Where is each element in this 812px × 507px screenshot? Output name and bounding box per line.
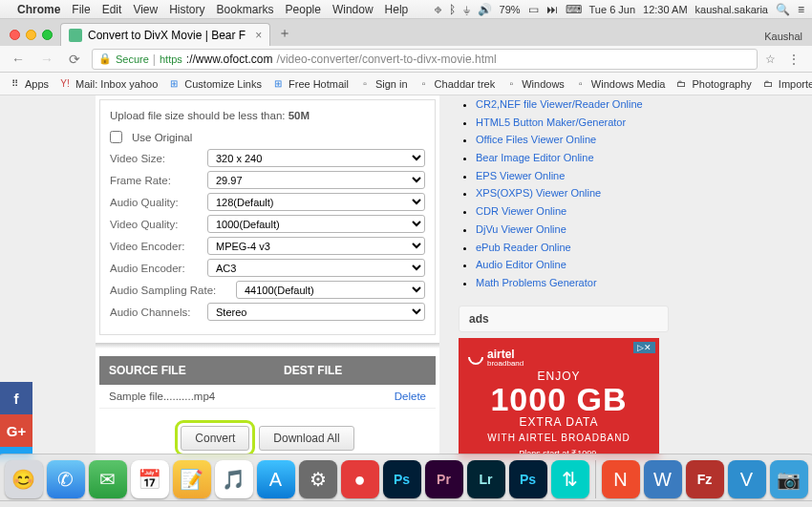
dock-app-icon[interactable]: 🎵 — [215, 460, 253, 498]
sidebar-link[interactable]: ePub Reader Online — [476, 242, 571, 253]
close-window-icon[interactable] — [10, 30, 20, 40]
menubar-app[interactable]: Chrome — [17, 3, 60, 16]
menu-file[interactable]: File — [72, 3, 90, 16]
sidebar-link[interactable]: XPS(OXPS) Viewer Online — [476, 187, 601, 199]
battery-pct: 79% — [500, 4, 521, 15]
new-tab-button[interactable]: ＋ — [270, 25, 299, 46]
bookmark-hotmail[interactable]: ⊞Free Hotmail — [271, 77, 349, 91]
menu-history[interactable]: History — [169, 3, 204, 16]
sidebar-link[interactable]: DjVu Viewer Online — [476, 223, 566, 235]
list-item: XPS(OXPS) Viewer Online — [476, 184, 669, 202]
dock-app-icon[interactable]: Fz — [686, 460, 724, 498]
list-item: HTML5 Button Maker/Generator — [476, 114, 669, 132]
back-button[interactable]: ← — [8, 52, 29, 67]
dock-app-icon[interactable]: V — [728, 460, 766, 498]
ad-banner[interactable]: ▷✕ airtelbroadband ENJOY 1000 GB EXTRA D… — [459, 338, 659, 459]
dock-app-icon[interactable]: A — [257, 460, 295, 498]
tab-close-icon[interactable]: × — [255, 29, 262, 42]
notification-icon[interactable]: ≡ — [798, 3, 804, 16]
select-video-quality[interactable]: 1000(Default) — [207, 215, 425, 233]
battery-icon[interactable]: ▭ — [528, 3, 539, 16]
menu-window[interactable]: Window — [332, 3, 374, 16]
menu-edit[interactable]: Edit — [102, 3, 122, 16]
bluetooth-icon[interactable]: ᛒ — [449, 3, 456, 16]
dock-app-icon[interactable]: 📝 — [173, 460, 211, 498]
dock-app-icon[interactable]: 📷 — [770, 460, 808, 498]
dock-app-icon[interactable]: Ps — [509, 460, 547, 498]
wifi-icon[interactable]: ⏚ — [463, 3, 470, 16]
menu-icon[interactable]: ⋮ — [783, 52, 804, 67]
select-audio-quality[interactable]: 128(Default) — [207, 193, 425, 211]
bookmark-customize[interactable]: ⊞Customize Links — [167, 77, 262, 91]
sidebar-link[interactable]: CR2,NEF file Viewer/Reader Online — [476, 98, 643, 110]
dock-app-icon[interactable]: 😊 — [5, 460, 43, 498]
volume-icon[interactable]: 🔊 — [478, 3, 492, 16]
ads-heading: ads — [459, 306, 669, 332]
sidebar-link[interactable]: Audio Editor Online — [476, 259, 566, 270]
bookmark-star-icon[interactable]: ☆ — [765, 53, 776, 66]
url-input[interactable]: 🔒 Secure | https://www.ofoct.com/video-c… — [92, 49, 758, 70]
select-frame-rate[interactable]: 29.97 — [207, 171, 425, 189]
dock-app-icon[interactable]: ✉ — [89, 460, 127, 498]
facebook-share-button[interactable]: f — [0, 382, 32, 414]
dock-app-icon[interactable]: N — [602, 460, 640, 498]
yahoo-icon: Y! — [58, 77, 72, 91]
dock-app-icon[interactable]: W — [644, 460, 682, 498]
dock-app-icon[interactable]: ✆ — [47, 460, 85, 498]
bookmark-chaddar[interactable]: ▫Chaddar trek — [417, 77, 496, 91]
sidebar-link[interactable]: Bear Image Editor Online — [476, 152, 594, 163]
download-all-button[interactable]: Download All — [259, 426, 353, 451]
sidebar: CR2,NEF file Viewer/Reader OnlineHTML5 B… — [459, 95, 669, 459]
sidebar-link[interactable]: Math Problems Generator — [476, 277, 597, 288]
win-icon: ⊞ — [167, 77, 181, 91]
dock-separator — [595, 460, 596, 498]
dock-app-icon[interactable]: ● — [341, 460, 379, 498]
googleplus-share-button[interactable]: G+ — [0, 414, 32, 447]
label-audio-sampling: Audio Sampling Rate: — [110, 285, 230, 296]
bookmark-windows[interactable]: ▫Windows — [504, 77, 565, 91]
select-audio-sampling[interactable]: 44100(Default) — [236, 281, 425, 299]
ad-close-icon[interactable]: ▷✕ — [633, 342, 655, 353]
menu-bookmarks[interactable]: Bookmarks — [217, 3, 274, 16]
select-video-encoder[interactable]: MPEG-4 v3 — [207, 237, 425, 255]
bookmark-imported[interactable]: 🗀Imported From IE — [761, 77, 812, 91]
menu-view[interactable]: View — [133, 3, 158, 16]
dock-app-icon[interactable]: ⇅ — [551, 460, 589, 498]
reload-button[interactable]: ⟳ — [65, 52, 84, 67]
apps-button[interactable]: ⠿Apps — [8, 77, 49, 91]
select-video-size[interactable]: 320 x 240 — [207, 149, 425, 167]
dock-app-icon[interactable]: ⚙ — [299, 460, 337, 498]
dock-app-icon[interactable]: 📅 — [131, 460, 169, 498]
maximize-window-icon[interactable] — [42, 30, 53, 40]
bookmark-winmedia[interactable]: ▫Windows Media — [574, 77, 666, 91]
dock-app-icon[interactable]: Pr — [425, 460, 463, 498]
spotlight-icon[interactable]: 🔍 — [776, 3, 790, 16]
menu-people[interactable]: People — [286, 3, 321, 16]
keyboard-icon[interactable]: ⌨ — [566, 3, 582, 16]
sidebar-link[interactable]: HTML5 Button Maker/Generator — [476, 116, 626, 128]
bookmark-mail[interactable]: Y!Mail: Inbox yahoo — [58, 77, 158, 91]
minimize-window-icon[interactable] — [26, 30, 36, 40]
social-strip: f G+ 🐦 — [0, 382, 32, 459]
cast-icon[interactable]: ⎆ — [435, 3, 441, 16]
sidebar-link[interactable]: EPS Viewer Online — [476, 170, 565, 181]
fastfwd-icon[interactable]: ⏭ — [546, 3, 558, 16]
sidebar-link[interactable]: Office Files Viewer Online — [476, 134, 596, 145]
bookmark-signin[interactable]: ▫Sign in — [358, 77, 408, 91]
twitter-share-button[interactable]: 🐦 — [0, 447, 32, 459]
menu-help[interactable]: Help — [385, 3, 409, 16]
label-audio-encoder: Audio Encoder: — [110, 263, 202, 274]
use-original-checkbox[interactable] — [110, 131, 122, 143]
list-item: ePub Reader Online — [476, 239, 669, 257]
select-audio-encoder[interactable]: AC3 — [207, 259, 425, 277]
select-audio-channels[interactable]: Stereo — [207, 303, 425, 321]
dock-app-icon[interactable]: Ps — [383, 460, 421, 498]
convert-button[interactable]: Convert — [181, 426, 249, 451]
bookmark-photo[interactable]: 🗀Photography — [674, 77, 751, 91]
dock-app-icon[interactable]: Lr — [467, 460, 505, 498]
profile-badge[interactable]: Kaushal — [755, 31, 812, 46]
browser-tab[interactable]: Convert to DivX Movie | Bear F × — [60, 23, 270, 46]
delete-link[interactable]: Delete — [395, 391, 426, 402]
sidebar-link[interactable]: CDR Viewer Online — [476, 205, 566, 217]
forward-button[interactable]: → — [36, 52, 57, 67]
